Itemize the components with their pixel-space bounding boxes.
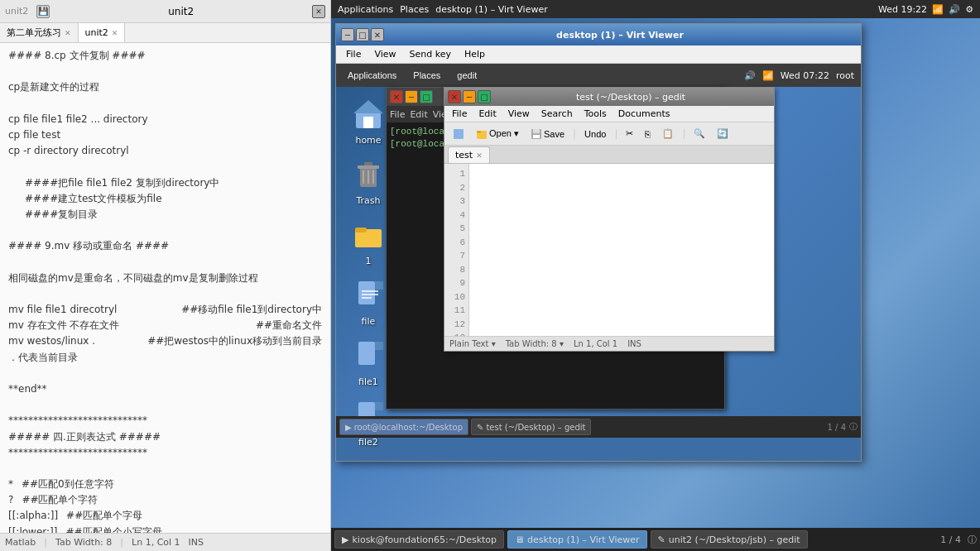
virt-viewer-minimize-btn[interactable]: ─ xyxy=(341,28,354,41)
svg-rect-31 xyxy=(533,135,540,138)
open-button[interactable]: unit2 xyxy=(5,6,28,17)
gedit-new-btn[interactable] xyxy=(448,125,469,143)
notes-lang[interactable]: Matlab xyxy=(5,537,36,548)
gedit-save-btn[interactable]: Save xyxy=(526,125,569,143)
gedit-menu-tools[interactable]: Tools xyxy=(580,108,611,120)
taskbar-item-terminal[interactable]: ▶ kiosk@foundation65:~/Desktop xyxy=(334,530,504,549)
gedit-editor-area: 12345 678910 111213 xyxy=(444,164,774,336)
vm-icon-file2-label: file2 xyxy=(358,437,378,448)
vm-user: root xyxy=(836,70,854,81)
vm-taskbar-right: 1 / 4 ⓘ xyxy=(828,421,858,433)
virt-viewer-window: ─ □ ✕ desktop (1) – Virt Viewer File Vie… xyxy=(335,23,862,462)
notes-close-btn[interactable]: ✕ xyxy=(312,5,325,18)
gedit-menu-file[interactable]: File xyxy=(448,108,471,120)
taskbar-item-gedit[interactable]: ✎ unit2 (~/Desktop/jsb) – gedit xyxy=(651,530,808,549)
vm-places-btn[interactable]: Places xyxy=(408,69,445,82)
gedit-menu-edit[interactable]: Edit xyxy=(474,108,500,120)
file-icon xyxy=(348,275,388,314)
notes-line xyxy=(8,64,322,79)
gedit-menu-search[interactable]: Search xyxy=(537,108,577,120)
vm-inner-panel: Applications Places gedit 🔊 📶 Wed 07:22 … xyxy=(336,64,861,87)
taskbar-right: 1 / 4 ⓘ xyxy=(940,534,977,546)
virt-viewer-maximize-btn[interactable]: □ xyxy=(356,28,369,41)
file1-icon xyxy=(348,335,388,375)
vv-menu-file[interactable]: File xyxy=(339,47,368,61)
gedit-language[interactable]: Plain Text ▾ xyxy=(449,339,496,348)
vv-menu-help[interactable]: Help xyxy=(458,47,492,61)
sound-icon: 🔊 xyxy=(949,4,960,15)
test-icon xyxy=(348,456,388,461)
svg-rect-22 xyxy=(375,402,383,410)
notes-line: ?##匹配单个字符 xyxy=(8,492,322,508)
toolbar-separator-3: | xyxy=(682,128,685,140)
gedit-find-btn[interactable]: 🔍 xyxy=(689,125,710,143)
vv-menu-sendkey[interactable]: Send key xyxy=(403,47,458,61)
gedit-title: test (~/Desktop) – gedit xyxy=(491,92,771,103)
gedit-cut-btn[interactable]: ✂ xyxy=(621,125,638,143)
gedit-open-btn[interactable]: Open ▾ xyxy=(471,125,524,143)
vm-task-gedit[interactable]: ✎ test (~/Desktop) – gedit xyxy=(471,419,591,435)
vm-icon-trash-label: Trash xyxy=(356,195,380,206)
notes-title: unit2 xyxy=(168,6,194,17)
vm-icon-folder1-label: 1 xyxy=(366,256,372,266)
notes-line: ##### 四.正则表达式 ##### xyxy=(8,429,322,445)
vm-gedit-btn[interactable]: gedit xyxy=(452,69,482,82)
virt-viewer-menubar: File View Send key Help xyxy=(336,46,861,64)
virt-viewer-close-btn[interactable]: ✕ xyxy=(371,28,384,41)
home-icon xyxy=(348,93,388,133)
gedit-tab-test[interactable]: test ✕ xyxy=(448,146,490,163)
terminal-maximize-btn[interactable]: □ xyxy=(420,90,433,103)
gedit-menu-docs[interactable]: Documents xyxy=(614,108,675,120)
vm-task-terminal-icon: ▶ xyxy=(345,423,352,432)
vm-display: Applications Places gedit 🔊 📶 Wed 07:22 … xyxy=(336,64,861,461)
gedit-tab-width-status[interactable]: Tab Width: 8 ▾ xyxy=(506,339,564,348)
folder-icon xyxy=(348,214,388,254)
notes-line: ####建立test文件模板为file xyxy=(8,191,322,207)
notes-tab-width[interactable]: Tab Width: 8 xyxy=(55,537,112,548)
notes-line: cp -r directory direcotryl xyxy=(8,143,322,159)
terminal-minimize-btn[interactable]: ─ xyxy=(405,90,418,103)
notes-line xyxy=(8,461,322,477)
svg-rect-2 xyxy=(363,117,373,128)
vv-menu-view[interactable]: View xyxy=(368,47,402,61)
vm-icon-test[interactable]: test xyxy=(339,453,397,461)
terminal-close-btn[interactable]: ✕ xyxy=(390,90,403,103)
notes-tab-1[interactable]: 第二单元练习 ✕ xyxy=(0,23,79,42)
system-bar: Applications Places desktop (1) – Virt V… xyxy=(331,0,980,18)
settings-icon[interactable]: ⚙ xyxy=(965,4,973,15)
sys-applications[interactable]: Applications xyxy=(338,4,393,15)
system-bar-right: Wed 19:22 📶 🔊 ⚙ xyxy=(878,4,973,15)
gedit-paste-btn[interactable]: 📋 xyxy=(657,125,679,143)
taskbar-terminal-label: kiosk@foundation65:~/Desktop xyxy=(352,534,497,545)
term-menu-file[interactable]: File xyxy=(390,109,405,120)
sys-places[interactable]: Places xyxy=(400,4,429,15)
gedit-copy-btn[interactable]: ⎘ xyxy=(640,125,656,143)
notes-save-btn[interactable]: 💾 xyxy=(36,5,50,18)
svg-marker-1 xyxy=(353,100,383,113)
taskbar-item-virt-viewer[interactable]: 🖥 desktop (1) – Virt Viewer xyxy=(507,530,647,549)
notes-line: ####把file file1 file2 复制到directory中 xyxy=(8,175,322,191)
vm-desktop-area: home Tra xyxy=(336,87,861,438)
gedit-minimize-btn[interactable]: ─ xyxy=(463,90,476,103)
notes-mode: INS xyxy=(189,537,204,548)
notes-tabs: 第二单元练习 ✕ unit2 ✕ xyxy=(0,23,330,43)
gedit-text-area[interactable] xyxy=(469,164,774,336)
gedit-undo-btn[interactable]: Undo xyxy=(579,125,611,143)
svg-rect-4 xyxy=(358,165,379,169)
taskbar-virt-viewer-label: desktop (1) – Virt Viewer xyxy=(527,534,640,545)
notes-line xyxy=(8,159,322,175)
gedit-maximize-btn[interactable]: □ xyxy=(478,90,491,103)
gedit-close-btn[interactable]: ✕ xyxy=(448,90,461,103)
notes-line: cp file test xyxy=(8,127,322,143)
svg-rect-13 xyxy=(375,281,383,290)
gedit-findreplace-btn[interactable]: 🔄 xyxy=(712,125,733,143)
vm-applications-btn[interactable]: Applications xyxy=(343,69,401,82)
gedit-menu-view[interactable]: View xyxy=(504,108,534,120)
notes-tab-2[interactable]: unit2 ✕ xyxy=(79,23,126,42)
gedit-tabs: test ✕ xyxy=(444,146,774,164)
toolbar-separator-2: | xyxy=(614,128,617,140)
taskbar-terminal-icon: ▶ xyxy=(342,534,348,545)
vm-task-terminal[interactable]: ▶ root@localhost:~/Desktop xyxy=(339,419,468,435)
gedit-tab-close[interactable]: ✕ xyxy=(476,151,483,160)
term-menu-edit[interactable]: Edit xyxy=(410,109,427,120)
